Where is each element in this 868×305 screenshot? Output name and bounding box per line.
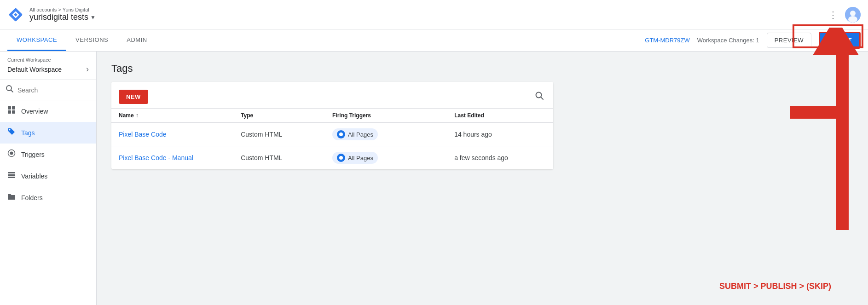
svg-point-5: [848, 16, 857, 23]
nav-bar-right: GTM-MDR79ZW Workspace Changes: 1 PREVIEW…: [645, 32, 861, 49]
sidebar-workspace: Current Workspace Default Workspace ›: [0, 52, 96, 80]
sidebar-item-overview[interactable]: Overview: [0, 100, 96, 122]
tab-versions[interactable]: VERSIONS: [66, 29, 117, 51]
header-last-edited: Last Edited: [454, 112, 546, 119]
submit-button[interactable]: SUBMIT: [819, 32, 861, 49]
trigger-eye-icon-2: [337, 154, 345, 162]
tag-name-link-1[interactable]: Pixel Base Code: [119, 131, 167, 138]
tag-name-cell: Pixel Base Code: [119, 131, 241, 138]
trigger-badge-2[interactable]: All Pages: [332, 152, 378, 164]
workspace-name-row[interactable]: Default Workspace ›: [7, 64, 89, 74]
account-info: All accounts > Yuris Digital yurisdigita…: [29, 7, 96, 22]
svg-rect-17: [8, 177, 15, 178]
overview-icon: [7, 106, 16, 116]
svg-rect-16: [8, 174, 15, 176]
trigger-badge-1[interactable]: All Pages: [332, 128, 378, 140]
svg-rect-15: [8, 172, 15, 173]
svg-rect-9: [12, 106, 15, 109]
tags-icon: [7, 127, 16, 138]
svg-line-7: [11, 90, 13, 92]
table-row: Pixel Base Code Custom HTML All Pages 14…: [111, 123, 553, 146]
sidebar-nav: Overview Tags: [0, 100, 96, 305]
sidebar-item-folders[interactable]: Folders: [0, 187, 96, 208]
avatar[interactable]: [845, 7, 861, 23]
last-edited-cell-2: a few seconds ago: [454, 154, 546, 161]
header-type: Type: [241, 112, 332, 119]
workspace-name: Default Workspace: [7, 66, 62, 73]
search-input[interactable]: [17, 86, 91, 94]
header-firing-triggers: Firing Triggers: [332, 112, 454, 119]
svg-rect-11: [12, 110, 15, 114]
tag-name-link-2[interactable]: Pixel Base Code - Manual: [119, 154, 193, 161]
tab-workspace[interactable]: WORKSPACE: [7, 29, 66, 51]
header-name[interactable]: Name ↑: [119, 112, 241, 119]
current-workspace-label: Current Workspace: [7, 57, 89, 63]
svg-point-4: [850, 11, 856, 16]
sidebar-item-folders-label: Folders: [21, 194, 43, 201]
sidebar-item-triggers[interactable]: Triggers: [0, 144, 96, 165]
sidebar-item-tags-label: Tags: [21, 129, 35, 137]
breadcrumb: All accounts > Yuris Digital: [29, 7, 96, 12]
trigger-label-1: All Pages: [348, 131, 373, 138]
last-edited-cell-1: 14 hours ago: [454, 131, 546, 138]
gtm-logo: [7, 6, 24, 23]
svg-line-19: [541, 97, 543, 99]
trigger-eye-pupil-1: [339, 132, 343, 136]
table-search-button[interactable]: [533, 89, 546, 104]
table-row: Pixel Base Code - Manual Custom HTML All…: [111, 146, 553, 169]
sidebar-item-tags[interactable]: Tags: [0, 122, 96, 144]
triggers-icon: [7, 149, 16, 160]
sidebar-search: [0, 80, 96, 100]
top-bar: All accounts > Yuris Digital yurisdigita…: [0, 0, 868, 29]
chevron-right-icon: ›: [86, 64, 89, 74]
tag-type-cell-1: Custom HTML: [241, 131, 332, 138]
svg-point-14: [10, 152, 13, 155]
sort-arrow-icon: ↑: [136, 112, 139, 119]
variables-icon: [7, 171, 16, 181]
trigger-label-2: All Pages: [348, 155, 373, 161]
main-layout: Current Workspace Default Workspace ›: [0, 52, 868, 305]
table-header: Name ↑ Type Firing Triggers Last Edited: [111, 108, 553, 123]
trigger-eye-pupil-2: [339, 156, 343, 160]
sidebar-item-variables-label: Variables: [21, 173, 47, 180]
tags-card-header: NEW: [111, 82, 553, 108]
firing-trigger-cell-2: All Pages: [332, 152, 454, 164]
tag-type-cell-2: Custom HTML: [241, 154, 332, 161]
tab-admin[interactable]: ADMIN: [117, 29, 156, 51]
content-area: Tags NEW Name ↑ Type Firing Triggers: [97, 52, 868, 305]
preview-button[interactable]: PREVIEW: [767, 33, 811, 48]
tags-card: NEW Name ↑ Type Firing Triggers Last Edi…: [111, 82, 553, 169]
account-dropdown-arrow: ▼: [90, 14, 96, 21]
folders-icon: [7, 192, 16, 203]
sidebar-item-overview-label: Overview: [21, 108, 48, 115]
nav-tabs: WORKSPACE VERSIONS ADMIN: [7, 29, 156, 51]
svg-rect-8: [8, 106, 11, 109]
kebab-menu-icon[interactable]: ⋮: [827, 7, 839, 22]
firing-trigger-cell-1: All Pages: [332, 128, 454, 140]
svg-point-12: [9, 129, 11, 131]
nav-bar: WORKSPACE VERSIONS ADMIN GTM-MDR79ZW Wor…: [0, 29, 868, 52]
new-tag-button[interactable]: NEW: [119, 90, 148, 104]
trigger-eye-icon-1: [337, 130, 345, 138]
top-bar-right: ⋮: [827, 7, 861, 23]
workspace-changes-label: Workspace Changes: 1: [697, 37, 759, 44]
svg-rect-10: [8, 110, 11, 114]
sidebar-item-triggers-label: Triggers: [21, 151, 45, 158]
sidebar: Current Workspace Default Workspace ›: [0, 52, 97, 305]
account-name-row[interactable]: yurisdigital tests ▼: [29, 12, 96, 22]
search-icon: [6, 85, 14, 95]
account-name-text: yurisdigital tests: [29, 12, 88, 22]
tag-name-cell-2: Pixel Base Code - Manual: [119, 154, 241, 161]
annotation-text: SUBMIT > PUBLISH > (SKIP): [719, 282, 831, 291]
page-title: Tags: [111, 63, 853, 75]
sidebar-item-variables[interactable]: Variables: [0, 165, 96, 187]
gtm-id-link[interactable]: GTM-MDR79ZW: [645, 37, 690, 44]
